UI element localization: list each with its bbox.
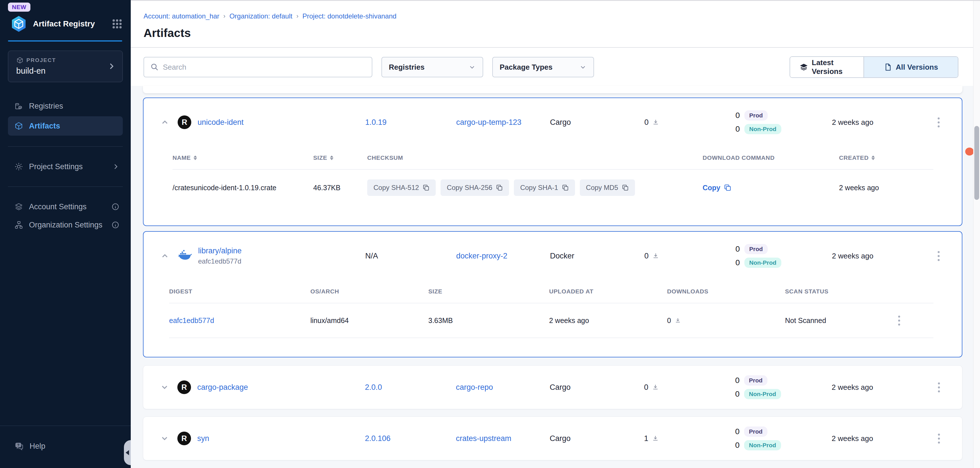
artifacts-cube-icon bbox=[14, 121, 23, 131]
artifact-registry-link[interactable]: crates-upstream bbox=[456, 434, 550, 443]
package-types-filter-dropdown[interactable]: Package Types bbox=[492, 57, 594, 77]
sidebar-item-account-settings[interactable]: Account Settings bbox=[0, 197, 131, 216]
download-count: 0 bbox=[644, 118, 649, 127]
copy-icon bbox=[562, 184, 569, 191]
org-hierarchy-icon bbox=[14, 220, 23, 229]
expand-row-toggle[interactable] bbox=[152, 383, 177, 392]
app-grid-icon[interactable] bbox=[111, 18, 123, 30]
all-versions-button[interactable]: All Versions bbox=[864, 57, 958, 77]
collapse-row-toggle[interactable] bbox=[152, 118, 178, 127]
sort-icon[interactable] bbox=[872, 156, 875, 160]
new-badge: NEW bbox=[8, 3, 30, 12]
artifact-name-link[interactable]: library/alpine bbox=[198, 247, 242, 255]
column-header-download-command: DOWNLOAD COMMAND bbox=[703, 154, 839, 161]
copy-sha1-button[interactable]: Copy SHA-1 bbox=[514, 180, 575, 196]
artifact-row[interactable]: library/alpine eafc1edb577d N/A docker-p… bbox=[143, 232, 962, 280]
registries-filter-dropdown[interactable]: Registries bbox=[382, 57, 483, 77]
prod-badge: Prod bbox=[745, 244, 768, 254]
version-view-toggle: Latest Versions All Versions bbox=[789, 56, 958, 78]
sidebar-divider bbox=[8, 186, 123, 187]
artifact-name-link[interactable]: cargo-package bbox=[197, 383, 248, 392]
breadcrumb-account[interactable]: Account: automation_har bbox=[143, 12, 220, 20]
latest-versions-button[interactable]: Latest Versions bbox=[790, 57, 864, 77]
updated-date: 2 weeks ago bbox=[826, 434, 899, 443]
prod-badge: Prod bbox=[744, 427, 767, 437]
expand-row-toggle[interactable] bbox=[152, 434, 177, 443]
help-button[interactable]: ? Help bbox=[0, 426, 131, 468]
column-header-size[interactable]: SIZE bbox=[313, 154, 367, 161]
copy-md5-button[interactable]: Copy MD5 bbox=[580, 180, 635, 196]
artifact-version-link[interactable]: 1.0.19 bbox=[365, 118, 456, 127]
artifact-registry-link[interactable]: cargo-up-temp-123 bbox=[456, 118, 550, 127]
artifact-card-syn: R syn 2.0.106 crates-upstream Cargo 1 0 … bbox=[143, 417, 963, 460]
sidebar-item-artifacts[interactable]: Artifacts bbox=[8, 116, 123, 135]
column-header-downloads: DOWNLOADS bbox=[667, 288, 785, 295]
scrollbar-thumb[interactable] bbox=[974, 126, 979, 200]
column-header-size: SIZE bbox=[428, 288, 549, 295]
info-icon[interactable] bbox=[111, 203, 119, 211]
sidebar-collapse-handle[interactable] bbox=[124, 440, 131, 465]
uploaded-at: 2 weeks ago bbox=[549, 317, 667, 325]
docker-package-icon bbox=[178, 249, 192, 263]
artifact-version-link[interactable]: 2.0.106 bbox=[365, 434, 456, 443]
digests-table: DIGEST OS/ARCH SIZE UPLOADED AT DOWNLOAD… bbox=[143, 280, 962, 338]
nonprod-count: 0 bbox=[735, 390, 740, 399]
search-input[interactable] bbox=[163, 63, 366, 72]
download-count: 0 bbox=[644, 252, 649, 260]
artifact-registry-link[interactable]: docker-proxy-2 bbox=[456, 252, 550, 260]
updated-date: 2 weeks ago bbox=[826, 118, 900, 127]
registries-filter-label: Registries bbox=[389, 63, 468, 72]
updated-date: 2 weeks ago bbox=[826, 252, 900, 260]
artifact-registry-link[interactable]: cargo-repo bbox=[456, 383, 550, 392]
prod-badge: Prod bbox=[745, 110, 768, 121]
artifact-name-link[interactable]: syn bbox=[197, 434, 209, 443]
digest-download-count: 0 bbox=[667, 317, 671, 325]
digest-link[interactable]: eafc1edb577d bbox=[169, 317, 310, 325]
info-icon[interactable] bbox=[111, 221, 119, 229]
prod-badge: Prod bbox=[744, 375, 767, 385]
copy-sha512-button[interactable]: Copy SHA-512 bbox=[367, 180, 436, 196]
chevron-down-icon bbox=[468, 64, 476, 71]
sort-icon[interactable] bbox=[330, 156, 333, 160]
file-created: 2 weeks ago bbox=[839, 184, 933, 192]
sidebar-item-organization-settings[interactable]: Organization Settings bbox=[0, 216, 131, 234]
row-menu-button[interactable] bbox=[935, 115, 942, 130]
download-icon bbox=[652, 252, 659, 259]
page-header: Account: automation_har › Organization: … bbox=[131, 1, 980, 47]
copy-icon bbox=[724, 184, 731, 191]
column-header-uploaded-at: UPLOADED AT bbox=[549, 288, 667, 295]
artifact-card-unicode-ident: R unicode-ident 1.0.19 cargo-up-temp-123… bbox=[143, 97, 963, 226]
row-menu-button[interactable] bbox=[935, 249, 942, 263]
project-selector[interactable]: PROJECT build-en bbox=[8, 51, 123, 82]
logo-underline bbox=[8, 40, 122, 41]
breadcrumb-organization[interactable]: Organization: default bbox=[229, 12, 292, 20]
sidebar-item-label: Registries bbox=[29, 102, 119, 111]
column-header-created[interactable]: CREATED bbox=[839, 154, 933, 161]
artifact-version-link[interactable]: 2.0.0 bbox=[365, 383, 456, 392]
artifact-row[interactable]: R syn 2.0.106 crates-upstream Cargo 1 0 … bbox=[143, 417, 962, 460]
breadcrumb-separator: › bbox=[296, 13, 298, 20]
copy-download-command-button[interactable]: Copy bbox=[703, 184, 839, 192]
sidebar-nav: Registries Artifacts Project Settings bbox=[0, 97, 131, 234]
chevron-down-icon bbox=[160, 383, 169, 392]
row-menu-button[interactable] bbox=[935, 431, 942, 446]
download-icon bbox=[652, 435, 659, 442]
column-header-scan-status: SCAN STATUS bbox=[785, 288, 896, 295]
scrollbar-track[interactable] bbox=[973, 1, 980, 468]
sort-icon[interactable] bbox=[194, 156, 197, 160]
row-menu-button[interactable] bbox=[935, 380, 942, 395]
download-count: 1 bbox=[644, 434, 648, 443]
copy-sha256-button[interactable]: Copy SHA-256 bbox=[441, 180, 509, 196]
breadcrumb-project[interactable]: Project: donotdelete-shivanand bbox=[302, 12, 396, 20]
artifact-name-link[interactable]: unicode-ident bbox=[197, 118, 243, 127]
artifact-row[interactable]: R cargo-package 2.0.0 cargo-repo Cargo 0… bbox=[143, 366, 962, 409]
column-header-name[interactable]: NAME bbox=[172, 154, 313, 161]
collapse-left-icon bbox=[126, 450, 129, 455]
artifact-row[interactable]: R unicode-ident 1.0.19 cargo-up-temp-123… bbox=[143, 98, 962, 146]
digest-menu-button[interactable] bbox=[896, 313, 902, 328]
artifact-card-library-alpine: library/alpine eafc1edb577d N/A docker-p… bbox=[143, 231, 963, 357]
sidebar-item-registries[interactable]: Registries bbox=[0, 97, 131, 115]
notification-dot[interactable] bbox=[965, 148, 974, 156]
sidebar-item-project-settings[interactable]: Project Settings bbox=[0, 158, 131, 176]
collapse-row-toggle[interactable] bbox=[152, 252, 178, 260]
